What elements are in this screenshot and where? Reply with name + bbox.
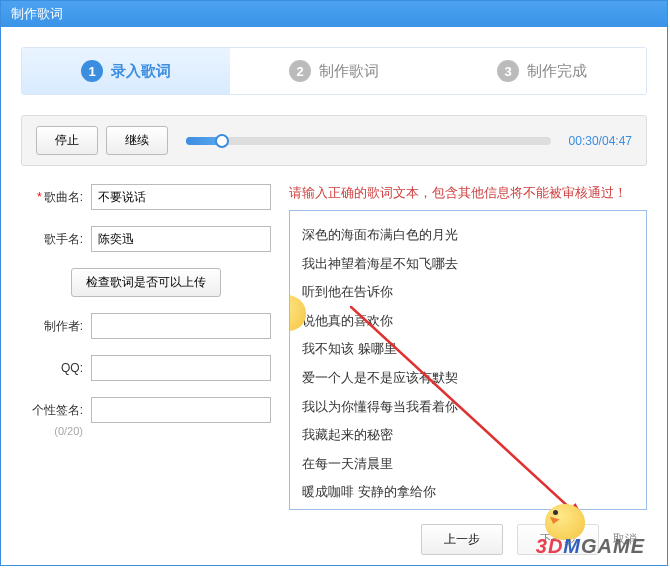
form-column: *歌曲名: 歌手名: 检查歌词是否可以上传 制作者: QQ: <box>21 184 271 510</box>
step-1-label: 录入歌词 <box>111 62 171 81</box>
lyric-line: 我以为你懂得每当我看着你 <box>302 393 634 422</box>
lyric-line: 爱一个人是不是应该有默契 <box>302 364 634 393</box>
prev-button[interactable]: 上一步 <box>421 524 503 555</box>
content-area: 1 录入歌词 2 制作歌词 3 制作完成 停止 继续 00:30/04:47 <box>1 27 667 565</box>
lyric-line: 暖成咖啡 安静的拿给你 <box>302 478 634 507</box>
lyric-line: 说他真的喜欢你 <box>302 307 634 336</box>
author-field-row: 制作者: <box>21 313 271 339</box>
step-3-label: 制作完成 <box>527 62 587 81</box>
main-area: *歌曲名: 歌手名: 检查歌词是否可以上传 制作者: QQ: <box>21 184 647 510</box>
audio-player: 停止 继续 00:30/04:47 <box>21 115 647 166</box>
check-lyrics-button[interactable]: 检查歌词是否可以上传 <box>71 268 221 297</box>
qq-field-row: QQ: <box>21 355 271 381</box>
sign-input[interactable] <box>91 397 271 423</box>
qq-label: QQ: <box>21 361 91 375</box>
lyric-line: 深色的海面布满白色的月光 <box>302 221 634 250</box>
song-input[interactable] <box>91 184 271 210</box>
time-display: 00:30/04:47 <box>569 134 632 148</box>
lyric-line: 我不知该 躲哪里 <box>302 335 634 364</box>
titlebar: 制作歌词 <box>1 1 667 27</box>
step-2-num: 2 <box>289 60 311 82</box>
lyrics-hint: 请输入正确的歌词文本，包含其他信息将不能被审核通过！ <box>289 184 647 202</box>
stop-button[interactable]: 停止 <box>36 126 98 155</box>
sign-label: 个性签名: <box>21 402 91 419</box>
step-2-label: 制作歌词 <box>319 62 379 81</box>
lyric-line: 听到他在告诉你 <box>302 278 634 307</box>
progress-thumb[interactable] <box>215 134 229 148</box>
step-2: 2 制作歌词 <box>230 48 438 94</box>
song-field-row: *歌曲名: <box>21 184 271 210</box>
step-1: 1 录入歌词 <box>22 48 230 94</box>
sign-count-row: (0/20) <box>21 425 271 437</box>
progress-track[interactable] <box>186 137 551 145</box>
next-button[interactable]: 下一步 <box>517 524 599 555</box>
step-3-num: 3 <box>497 60 519 82</box>
author-label: 制作者: <box>21 318 91 335</box>
resume-button[interactable]: 继续 <box>106 126 168 155</box>
cancel-link[interactable]: 取消 <box>613 531 637 548</box>
lyric-line: 我出神望着海星不知飞哪去 <box>302 250 634 279</box>
artist-input[interactable] <box>91 226 271 252</box>
song-label: *歌曲名: <box>21 189 91 206</box>
lyric-line: 我藏起来的秘密 <box>302 421 634 450</box>
author-input[interactable] <box>91 313 271 339</box>
sign-field-row: 个性签名: <box>21 397 271 423</box>
lyrics-column: 请输入正确的歌词文本，包含其他信息将不能被审核通过！ 深色的海面布满白色的月光 … <box>289 184 647 510</box>
artist-label: 歌手名: <box>21 231 91 248</box>
step-1-num: 1 <box>81 60 103 82</box>
sign-count: (0/20) <box>21 425 91 437</box>
lyrics-maker-window: 制作歌词 1 录入歌词 2 制作歌词 3 制作完成 停止 继续 <box>0 0 668 566</box>
qq-input[interactable] <box>91 355 271 381</box>
step-indicator: 1 录入歌词 2 制作歌词 3 制作完成 <box>21 47 647 95</box>
artist-field-row: 歌手名: <box>21 226 271 252</box>
lyric-line: 在每一天清晨里 <box>302 450 634 479</box>
step-3: 3 制作完成 <box>438 48 646 94</box>
footer-buttons: 上一步 下一步 取消 <box>21 524 647 555</box>
lyrics-textarea[interactable]: 深色的海面布满白色的月光 我出神望着海星不知飞哪去 听到他在告诉你 说他真的喜欢… <box>289 210 647 510</box>
